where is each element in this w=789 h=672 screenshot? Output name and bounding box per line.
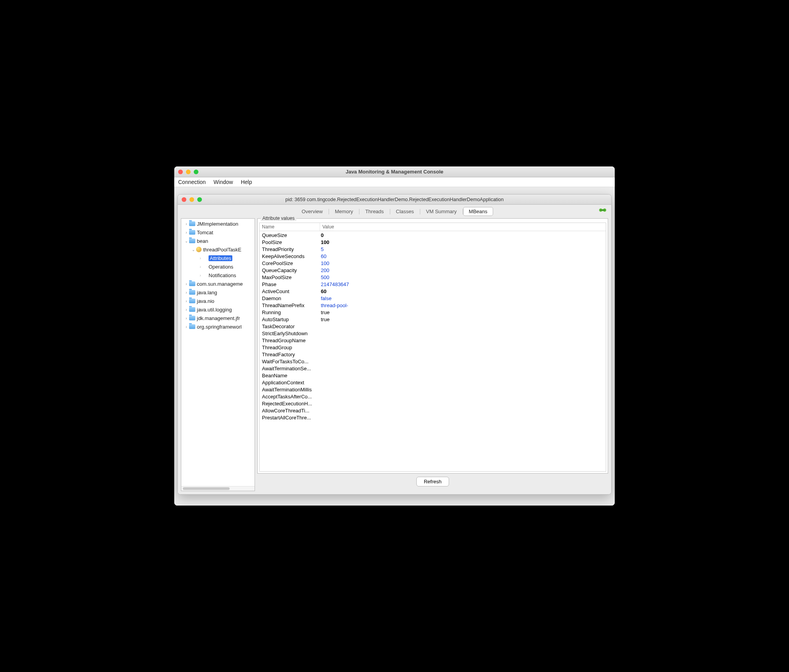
chevron-right-icon[interactable]: › <box>184 230 189 235</box>
folder-icon <box>189 290 195 295</box>
table-row[interactable]: AutoStartuptrue <box>260 316 606 323</box>
attribute-value: 5 <box>320 246 606 253</box>
attribute-name: RejectedExecutionH... <box>260 400 320 407</box>
chevron-right-icon[interactable]: › <box>184 325 189 329</box>
table-row[interactable]: AwaitTerminationMillis <box>260 386 606 393</box>
folder-icon <box>189 239 195 243</box>
table-row[interactable]: RejectedExecutionH... <box>260 400 606 407</box>
attribute-value: 2147483647 <box>320 281 606 288</box>
attribute-value <box>320 372 606 379</box>
tree-node-label: Tomcat <box>197 230 213 235</box>
table-row[interactable]: Daemonfalse <box>260 295 606 302</box>
tree-node-notifications[interactable]: ›Notifications <box>181 271 255 279</box>
folder-icon <box>189 316 195 320</box>
chevron-right-icon[interactable]: › <box>184 299 189 303</box>
table-row[interactable]: ThreadGroup <box>260 344 606 351</box>
table-row[interactable]: PrestartAllCoreThre... <box>260 414 606 421</box>
table-row[interactable]: AwaitTerminationSe... <box>260 365 606 372</box>
tree-node-java-lang[interactable]: ›java.lang <box>181 288 255 297</box>
menu-connection[interactable]: Connection <box>178 179 206 185</box>
bean-icon <box>196 247 202 252</box>
document-titlebar: pid: 3659 com.tingcode.RejectedExecution… <box>178 195 611 205</box>
tree-node-label: java.nio <box>197 298 214 304</box>
chevron-right-icon: › <box>198 273 203 278</box>
tab-mbeans[interactable]: MBeans <box>463 207 494 216</box>
attribute-value: 100 <box>320 239 606 246</box>
tab-classes[interactable]: Classes <box>390 207 420 216</box>
tree-node-attributes[interactable]: ›Attributes <box>181 254 255 262</box>
tree-node-org-springframeworl[interactable]: ›org.springframeworl <box>181 322 255 331</box>
tree-node-operations[interactable]: ›Operations <box>181 262 255 271</box>
refresh-button[interactable]: Refresh <box>416 477 449 486</box>
attribute-value <box>320 330 606 337</box>
tree-node-java-nio[interactable]: ›java.nio <box>181 297 255 305</box>
table-row[interactable]: CorePoolSize100 <box>260 260 606 267</box>
table-row[interactable]: ActiveCount60 <box>260 288 606 295</box>
tab-vm-summary[interactable]: VM Summary <box>420 207 463 216</box>
chevron-right-icon: › <box>198 265 203 269</box>
tree-node-bean[interactable]: ⌄bean <box>181 237 255 245</box>
chevron-down-icon[interactable]: ⌄ <box>191 248 196 252</box>
table-row[interactable]: ApplicationContext <box>260 379 606 386</box>
table-row[interactable]: ThreadFactory <box>260 351 606 358</box>
chevron-right-icon[interactable]: › <box>184 282 189 286</box>
attribute-name: ApplicationContext <box>260 379 320 386</box>
table-row[interactable]: TaskDecorator <box>260 323 606 330</box>
attribute-value: 60 <box>320 253 606 260</box>
mbean-tree[interactable]: ›JMImplementation›Tomcat⌄bean⌄threadPool… <box>181 218 255 491</box>
document-window: pid: 3659 com.tingcode.RejectedExecution… <box>177 194 612 495</box>
tree-node-label: org.springframeworl <box>197 324 242 330</box>
table-row[interactable]: MaxPoolSize500 <box>260 274 606 281</box>
attribute-name: Phase <box>260 281 320 288</box>
chevron-right-icon[interactable]: › <box>184 316 189 320</box>
attribute-name: AutoStartup <box>260 316 320 323</box>
main-window-title: Java Monitoring & Management Console <box>174 169 615 175</box>
tab-overview[interactable]: Overview <box>296 207 329 216</box>
attribute-name: ThreadGroupName <box>260 337 320 344</box>
table-row[interactable]: Phase2147483647 <box>260 281 606 288</box>
tree-node-tomcat[interactable]: ›Tomcat <box>181 228 255 237</box>
column-header-name[interactable]: Name <box>260 223 320 231</box>
attribute-name: CorePoolSize <box>260 260 320 267</box>
tree-node-threadpooltaske[interactable]: ⌄threadPoolTaskE <box>181 245 255 254</box>
chevron-right-icon[interactable]: › <box>184 222 189 226</box>
attribute-value: true <box>320 316 606 323</box>
attribute-value: false <box>320 295 606 302</box>
table-row[interactable]: Runningtrue <box>260 309 606 316</box>
attribute-values-group: Attribute values Name Value QueueSize0Po… <box>257 218 608 474</box>
table-row[interactable]: ThreadNamePrefixthread-pool- <box>260 302 606 309</box>
table-row[interactable]: BeanName <box>260 372 606 379</box>
menubar: Connection Window Help <box>174 177 615 187</box>
tree-node-jmimplementation[interactable]: ›JMImplementation <box>181 219 255 228</box>
table-row[interactable]: PoolSize100 <box>260 239 606 246</box>
menu-window[interactable]: Window <box>214 179 233 185</box>
tree-horizontal-scrollbar[interactable] <box>181 486 255 491</box>
chevron-right-icon[interactable]: › <box>184 290 189 295</box>
table-row[interactable]: QueueSize0 <box>260 232 606 239</box>
table-row[interactable]: StrictEarlyShutdown <box>260 330 606 337</box>
table-row[interactable]: ThreadPriority5 <box>260 246 606 253</box>
table-row[interactable]: AcceptTasksAfterCo... <box>260 393 606 400</box>
tree-node-jdk-management-jfr[interactable]: ›jdk.management.jfr <box>181 314 255 322</box>
chevron-right-icon[interactable]: › <box>184 308 189 312</box>
table-row[interactable]: WaitForTasksToCo... <box>260 358 606 365</box>
table-row[interactable]: AllowCoreThreadTi... <box>260 407 606 414</box>
table-row[interactable]: QueueCapacity200 <box>260 267 606 274</box>
folder-icon <box>189 281 195 286</box>
attribute-table[interactable]: Name Value QueueSize0PoolSize100ThreadPr… <box>259 223 606 472</box>
table-row[interactable]: ThreadGroupName <box>260 337 606 344</box>
menu-help[interactable]: Help <box>241 179 252 185</box>
table-row[interactable]: KeepAliveSeconds60 <box>260 253 606 260</box>
attribute-name: PrestartAllCoreThre... <box>260 414 320 421</box>
attribute-name: ThreadFactory <box>260 351 320 358</box>
column-header-value[interactable]: Value <box>320 223 606 231</box>
tree-node-java-util-logging[interactable]: ›java.util.logging <box>181 305 255 314</box>
tree-node-com-sun-manageme[interactable]: ›com.sun.manageme <box>181 279 255 288</box>
document-title: pid: 3659 com.tingcode.RejectedExecution… <box>178 197 611 202</box>
tab-memory[interactable]: Memory <box>329 207 359 216</box>
tree-node-label: jdk.management.jfr <box>197 315 240 321</box>
tab-threads[interactable]: Threads <box>359 207 390 216</box>
scrollbar-thumb[interactable] <box>183 487 230 490</box>
chevron-down-icon[interactable]: ⌄ <box>184 239 189 243</box>
attribute-value: true <box>320 309 606 316</box>
